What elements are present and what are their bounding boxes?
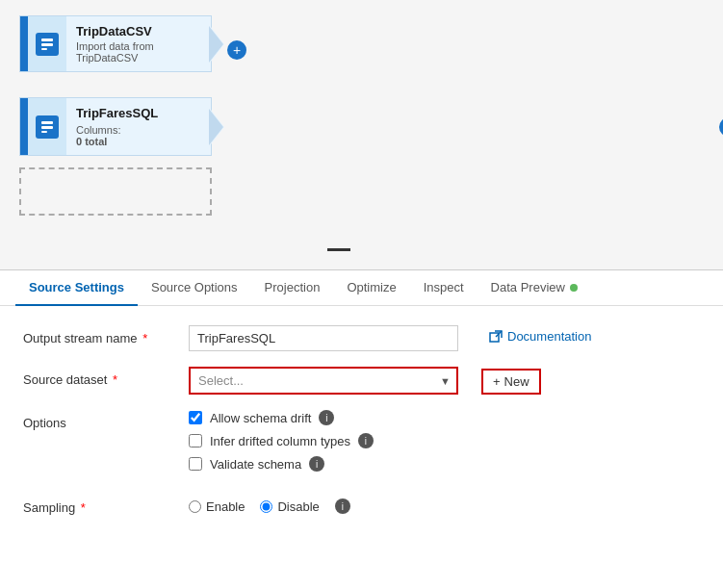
sampling-enable-option: Enable — [189, 499, 245, 514]
output-stream-name-input[interactable] — [189, 325, 458, 351]
new-dataset-button[interactable]: + New — [481, 369, 541, 395]
required-star-2: * — [113, 372, 117, 387]
sampling-disable-label: Disable — [277, 499, 319, 514]
select-wrapper: Select... ▼ — [189, 367, 458, 395]
minimize-bar[interactable] — [327, 248, 350, 251]
node-icon-area — [28, 16, 66, 71]
sampling-enable-label: Enable — [206, 499, 245, 514]
sampling-disable-radio[interactable] — [260, 500, 272, 513]
data-preview-indicator — [570, 284, 578, 292]
source-dataset-label: Source dataset * — [23, 367, 177, 387]
validate-schema-checkbox[interactable] — [189, 457, 202, 471]
sampling-enable-radio[interactable] — [189, 500, 201, 513]
infer-drifted-label: Infer drifted column types — [210, 434, 350, 448]
tab-data-preview-label: Data Preview — [491, 280, 565, 294]
node-body-2: TripFaresSQL Columns: 0 total — [66, 98, 211, 155]
svg-rect-5 — [41, 131, 47, 133]
node-icon-area-2 — [28, 98, 66, 155]
infer-drifted-info-icon[interactable]: i — [358, 433, 374, 448]
source-dataset-row: Source dataset * Select... ▼ + New — [23, 367, 700, 395]
node-arrow — [211, 27, 224, 62]
sampling-info-icon[interactable]: i — [335, 499, 350, 514]
svg-rect-0 — [41, 38, 53, 41]
infer-drifted-checkbox[interactable] — [189, 434, 202, 447]
allow-schema-drift-info-icon[interactable]: i — [319, 410, 334, 425]
node-title-2: TripFaresSQL — [76, 106, 201, 120]
validate-schema-label: Validate schema — [210, 457, 301, 472]
canvas-area: TripDataCSV Import data from TripDataCSV… — [0, 0, 723, 269]
plus-icon: + — [493, 374, 501, 389]
output-stream-name-control — [189, 325, 458, 351]
svg-rect-4 — [41, 126, 53, 129]
sampling-radio-group: Enable Disable i — [189, 499, 350, 514]
sampling-disable-option: Disable — [260, 499, 319, 514]
svg-rect-2 — [41, 48, 47, 50]
sampling-label: Sampling * — [23, 495, 177, 515]
data-source-icon — [36, 33, 59, 56]
tab-data-preview[interactable]: Data Preview — [478, 270, 591, 306]
node-title: TripDataCSV — [76, 24, 201, 38]
drop-zone[interactable] — [19, 167, 212, 216]
source-dataset-select[interactable]: Select... — [189, 367, 458, 395]
settings-panel: Output stream name * Documentation Sourc… — [0, 306, 723, 550]
validate-schema-info-icon[interactable]: i — [309, 456, 324, 472]
options-form: Allow schema drift i Infer drifted colum… — [189, 410, 374, 479]
svg-rect-1 — [41, 43, 53, 46]
right-actions: Documentation — [470, 325, 591, 344]
node-arrow-2 — [211, 110, 224, 144]
output-stream-name-label: Output stream name * — [23, 325, 177, 345]
allow-schema-drift-label: Allow schema drift — [210, 411, 311, 425]
tab-projection[interactable]: Projection — [251, 270, 334, 306]
infer-drifted-row: Infer drifted column types i — [189, 433, 374, 448]
node-trip-data-csv[interactable]: TripDataCSV Import data from TripDataCSV — [19, 15, 212, 72]
tab-source-options[interactable]: Source Options — [138, 270, 251, 306]
node-left-bar-2 — [20, 98, 28, 155]
tabs-row: Source Settings Source Options Projectio… — [0, 270, 723, 306]
allow-schema-drift-row: Allow schema drift i — [189, 410, 374, 425]
add-node-button[interactable]: + — [227, 40, 246, 60]
doc-link-label: Documentation — [507, 329, 591, 344]
tab-optimize[interactable]: Optimize — [333, 270, 409, 306]
columns-value: 0 total — [76, 136, 201, 147]
required-star-3: * — [81, 500, 86, 515]
new-btn-label: New — [504, 374, 529, 389]
svg-rect-3 — [41, 121, 53, 124]
node-meta: Columns: 0 total — [76, 124, 201, 147]
documentation-link[interactable]: Documentation — [489, 329, 591, 344]
node-trip-fares-sql[interactable]: TripFaresSQL Columns: 0 total — [19, 97, 212, 156]
options-row: Options Allow schema drift i Infer drift… — [23, 410, 700, 479]
output-stream-name-row: Output stream name * Documentation — [23, 325, 700, 351]
data-source-icon-2 — [36, 115, 59, 139]
tab-inspect[interactable]: Inspect — [410, 270, 478, 306]
tab-source-settings[interactable]: Source Settings — [15, 270, 138, 306]
add-node-button-2[interactable]: + — [719, 117, 723, 137]
new-button-wrapper: + New — [481, 369, 541, 395]
node-subtitle: Import data from TripDataCSV — [76, 40, 201, 64]
source-dataset-control: Select... ▼ — [189, 367, 458, 395]
required-star-1: * — [142, 331, 147, 345]
external-link-icon — [489, 330, 503, 344]
validate-schema-row: Validate schema i — [189, 456, 374, 472]
sampling-row: Sampling * Enable Disable i — [23, 495, 700, 515]
node-left-bar — [20, 16, 28, 71]
options-label: Options — [23, 410, 177, 430]
node-body: TripDataCSV Import data from TripDataCSV — [66, 16, 211, 71]
allow-schema-drift-checkbox[interactable] — [189, 411, 202, 424]
